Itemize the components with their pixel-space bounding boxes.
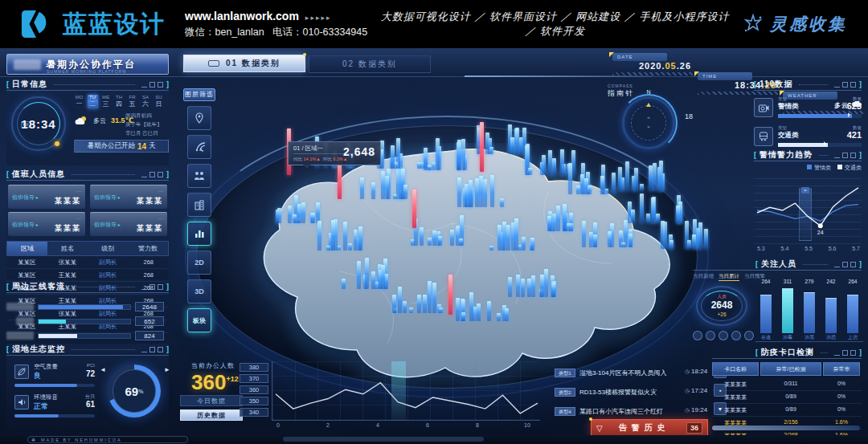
expand-icon[interactable]: [158, 82, 163, 88]
tab-daily-new[interactable]: 当日新增: [693, 273, 714, 281]
flow-bar: [39, 305, 123, 309]
alert-time: 19:24: [685, 406, 707, 413]
gauge-next-arrow[interactable]: ►: [164, 366, 170, 373]
x-tick: 6: [426, 422, 429, 428]
collect-text: 灵感收集: [770, 13, 847, 35]
alert-list-item[interactable]: 类型2 RD13-53楼栋报警疑似火灾: [555, 385, 682, 398]
header-dots: [54, 84, 135, 85]
restore-icon[interactable]: [842, 350, 848, 356]
restore-icon[interactable]: [842, 262, 848, 267]
flow-bar: [39, 334, 77, 338]
expand-icon[interactable]: [850, 350, 856, 356]
layer-barchart-button[interactable]: [187, 222, 211, 246]
minimize-icon[interactable]: [141, 82, 147, 88]
alert-list-item[interactable]: 类型1 湿地3-104片区有不明人员闯入: [555, 366, 682, 379]
layer-2d-button[interactable]: 2D: [187, 251, 211, 275]
expand-icon[interactable]: [158, 172, 163, 177]
bus-icon: [754, 127, 773, 146]
checkpoint-table: 卡口名称异常/已检测异常率 某某某某0/3110% 某某某某0/890% 某某某…: [712, 362, 862, 442]
tab-data-category-2[interactable]: 02 数据类别: [309, 55, 431, 73]
trend-chart: 24: [754, 175, 862, 244]
minimize-icon[interactable]: [141, 347, 147, 352]
table-row: 某某区张某某副局长268: [6, 256, 169, 269]
layer-pin-button[interactable]: [187, 106, 211, 130]
city-map-shape[interactable]: [211, 143, 685, 389]
layer-3d-button[interactable]: 3D: [187, 279, 211, 303]
expand-icon[interactable]: [850, 262, 856, 267]
minimize-icon[interactable]: [834, 153, 840, 158]
duty-leader-card[interactable]: 值班领导… 某某某: [8, 185, 85, 209]
website-link[interactable]: www.lanlanwork.com: [185, 10, 299, 22]
minimize-icon[interactable]: [141, 172, 147, 177]
duty-leader-card[interactable]: 值班领导… 某某某: [8, 212, 85, 236]
layer-crowd-button[interactable]: [187, 164, 211, 188]
inspiration-collect[interactable]: 灵感收集: [743, 13, 847, 35]
expand-icon[interactable]: [158, 347, 163, 352]
minimize-icon[interactable]: [834, 82, 840, 88]
alert-list-item[interactable]: 类型4 某路口有小汽车连闯三个红灯: [555, 405, 682, 418]
focus-action-icons: [693, 331, 754, 340]
duty-name: 某某某: [137, 196, 163, 206]
layer-building-button[interactable]: [187, 193, 211, 217]
panel-110-data: 110数据 类型警情类 数量623 类型交通类 数量421: [754, 79, 862, 146]
clock-time: 18:34: [13, 98, 64, 149]
tab-data-category-1[interactable]: 01 数据类别: [183, 55, 305, 72]
alert-text: 某路口有小汽车连闯三个红灯: [579, 407, 663, 416]
focus-tabs: 当日新增 当日累计 当日预警: [693, 273, 765, 281]
duty-name: 某某某: [137, 223, 163, 234]
office-line-chart: [272, 361, 540, 421]
map-pin-icon: [194, 112, 204, 124]
history-data-button[interactable]: 历史数据: [180, 409, 243, 421]
duty-leader-card[interactable]: 值班领导… 某某某: [90, 185, 167, 209]
lunar-calendar: 闰四月初四庚子年【鼠年】辛巳月 己巳日: [125, 111, 162, 137]
time-label: TIME: [698, 72, 752, 80]
redacted-label: [6, 332, 34, 340]
gauge-prev-arrow[interactable]: ◄: [100, 366, 106, 373]
warning-triangle-icon: ▽: [596, 424, 603, 433]
leaf-icon: [14, 365, 29, 379]
date-chip: DATE 2020.05.26: [612, 53, 693, 72]
action-icon[interactable]: [706, 331, 715, 340]
compass-value: 18: [685, 112, 693, 120]
minimize-icon[interactable]: [141, 284, 147, 290]
window-controls: [834, 153, 856, 158]
restore-icon[interactable]: [842, 82, 848, 88]
duty-leader-card[interactable]: 值班领导… 某某某: [90, 212, 167, 236]
duty-role: 值班领导: [94, 194, 121, 200]
compass-ring[interactable]: N ⌃⌄: [622, 96, 675, 149]
restore-icon[interactable]: [149, 172, 155, 177]
table-row: 某某某某0/3110%: [712, 378, 862, 391]
compass-north: N: [646, 89, 650, 95]
today-data-button[interactable]: 今日数据: [180, 395, 243, 406]
expand-icon[interactable]: [158, 284, 163, 290]
window-controls: [141, 172, 163, 177]
action-icon[interactable]: [744, 331, 754, 340]
flow-row: 824: [6, 331, 164, 340]
panel-title: 周边三线客流: [12, 281, 65, 292]
restore-icon[interactable]: [842, 153, 848, 158]
duty-role: 值班领导: [12, 222, 39, 227]
alarm-history-banner[interactable]: ▽ 告警历史 36: [591, 419, 708, 437]
checkpoint-footer-bar: [712, 426, 860, 430]
tab-daily-total[interactable]: 当日累计: [719, 273, 739, 281]
restore-icon[interactable]: [149, 82, 155, 88]
header-divider: [465, 75, 653, 77]
lanlan-logo-icon: [21, 9, 51, 39]
layer-district-button[interactable]: 板块: [187, 308, 211, 332]
expand-icon[interactable]: [850, 82, 856, 88]
made-by-chip: MADE BY NEHOMMICOA: [27, 436, 188, 443]
restore-icon[interactable]: [149, 284, 155, 290]
compass-widget: COMPASS 指南针 N ⌃⌄ 18: [608, 84, 688, 157]
layer-signal-button[interactable]: [187, 135, 211, 159]
panel-title: 防疫卡口检测: [761, 347, 814, 358]
minimize-icon[interactable]: [834, 262, 840, 267]
weather-condition: 多云: [93, 116, 106, 125]
action-icon[interactable]: [731, 331, 741, 340]
action-icon[interactable]: [693, 331, 702, 340]
restore-icon[interactable]: [149, 347, 155, 352]
alert-tag: 类型4: [555, 407, 575, 416]
dashboard: 暑期办公协作平台 SUMMER WORKING PLATFORM 01 数据类别…: [0, 48, 868, 444]
expand-icon[interactable]: [850, 153, 856, 158]
action-icon[interactable]: [719, 331, 728, 340]
minimize-icon[interactable]: [834, 350, 840, 356]
